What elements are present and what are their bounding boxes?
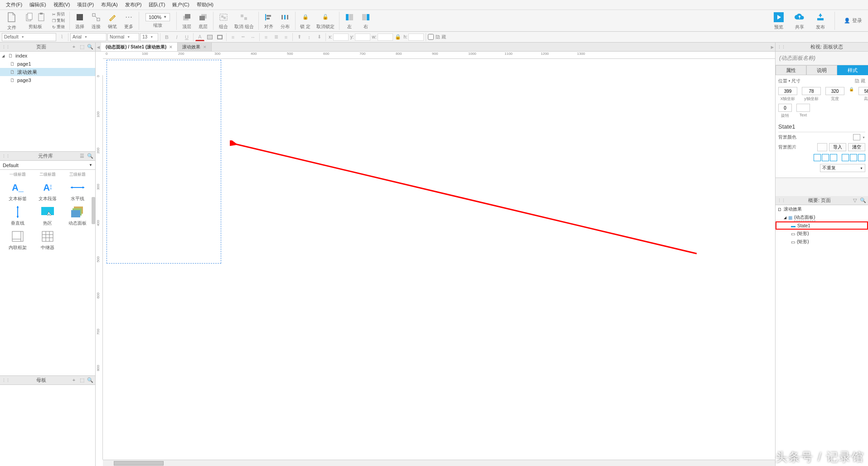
bg-align-3[interactable] (830, 154, 837, 161)
tool-right[interactable]: 右 (359, 12, 373, 30)
tree-page3[interactable]: 🗋page3 (0, 76, 95, 84)
close-icon[interactable]: ✕ (203, 45, 207, 49)
clear-image-button[interactable]: 清空 (848, 143, 865, 151)
tab-properties[interactable]: 属性 (776, 65, 806, 75)
dynamic-panel-outline[interactable] (107, 60, 221, 264)
bg-repeat-select[interactable]: 不重复▼ (820, 164, 865, 172)
pos-y-input[interactable] (802, 87, 821, 95)
menu-publish[interactable]: 发布(P) (121, 1, 145, 8)
collapse-icon[interactable]: ⋮⋮ (2, 378, 10, 383)
menu-icon[interactable]: ☰ (79, 153, 85, 159)
text-color-button[interactable]: A (195, 33, 204, 41)
widget-dynamic-panel[interactable]: 动态面板 (65, 206, 90, 226)
add-master-icon[interactable]: + (71, 377, 77, 383)
tool-connect[interactable]: 连接 (89, 12, 103, 30)
bg-align-5[interactable] (850, 154, 857, 161)
tool-cut[interactable]: ✂剪切 ❐复制 ↻重做 (50, 11, 67, 30)
tool-zoom[interactable]: 100%▼ 缩放 (142, 13, 174, 29)
library-selector[interactable]: Default▼ (0, 161, 95, 170)
pos-x-input[interactable] (778, 87, 797, 95)
tab-active[interactable]: (动态面板) / State1 (滚动效果)✕ (101, 43, 178, 51)
search-icon[interactable]: 🔍 (860, 197, 866, 203)
canvas[interactable] (103, 59, 775, 460)
scrollbar-thumb[interactable] (92, 197, 95, 224)
tab-scroll-right[interactable]: ► (770, 44, 775, 50)
close-icon[interactable]: ✕ (169, 45, 173, 49)
search-icon[interactable]: 🔍 (87, 377, 93, 383)
valign-bot-button[interactable]: ⬇ (315, 33, 324, 41)
tree-page-scroll[interactable]: 🗋滚动效果 (0, 68, 95, 76)
outline-rect2[interactable]: ▭(矩形) (776, 238, 868, 246)
bg-align-2[interactable] (822, 154, 829, 161)
share-button[interactable]: 共享 (792, 11, 807, 30)
menu-view[interactable]: 视图(V) (50, 1, 74, 8)
login-button[interactable]: 👤登录 (840, 17, 866, 24)
outline-state1[interactable]: ▬State1 (776, 221, 868, 230)
tree-page1[interactable]: 🗋page1 (0, 60, 95, 68)
italic-button[interactable]: I (172, 33, 181, 41)
tool-ungroup[interactable]: 取消 组合 (233, 12, 256, 30)
menu-project[interactable]: 项目(P) (73, 1, 97, 8)
tool-lock[interactable]: 🔒锁 定 (298, 12, 313, 30)
search-icon[interactable]: 🔍 (87, 44, 93, 50)
tool-select[interactable]: 选择 (73, 12, 87, 30)
collapse-icon[interactable]: ⋮⋮ (2, 154, 10, 159)
chevron-down-icon[interactable]: ▼ (862, 136, 865, 139)
horizontal-scrollbar[interactable] (103, 460, 775, 466)
tree-root[interactable]: ◢🗋index (0, 52, 95, 60)
line-style-button[interactable]: ┅ (238, 33, 247, 41)
widget-repeater[interactable]: 中继器 (35, 230, 60, 251)
tool-more[interactable]: ⋯ 更多 (121, 12, 136, 30)
widget-vline[interactable]: 垂直线 (5, 206, 30, 226)
inspector-name-field[interactable]: (动态面板名称) (776, 52, 868, 65)
menu-team[interactable]: 团队(T) (145, 1, 169, 8)
bold-button[interactable]: B (162, 33, 171, 41)
tool-top[interactable]: 顶层 (179, 12, 194, 30)
tab-scroll-left[interactable]: ◄ (96, 44, 101, 50)
tool-file[interactable]: 文件 (3, 11, 20, 31)
widget-hline[interactable]: 水平线 (65, 181, 90, 202)
w-input[interactable] (378, 34, 393, 41)
menu-help[interactable]: 帮助(H) (193, 1, 217, 8)
rotation-input[interactable] (778, 104, 792, 112)
align-left-button[interactable]: ≡ (262, 33, 271, 41)
import-image-button[interactable]: 导入 (829, 143, 846, 151)
menu-edit[interactable]: 编辑(E) (26, 1, 50, 8)
add-folder-icon[interactable]: ⬚ (79, 377, 85, 383)
widget-text-label[interactable]: A_文本标签 (5, 181, 30, 202)
outline-dynamic-panel[interactable]: ◢▦(动态面板) (776, 213, 868, 221)
widget-paragraph[interactable]: A≡≡文本段落 (35, 181, 60, 202)
menu-account[interactable]: 账户(C) (169, 1, 193, 8)
publish-button[interactable]: 发布 (813, 11, 828, 30)
tool-bottom[interactable]: 底层 (196, 12, 210, 30)
weight-select[interactable]: Normal▼ (107, 33, 139, 41)
tool-align[interactable]: 对齐 (262, 12, 276, 30)
arrow-style-button[interactable]: ↔ (248, 33, 257, 41)
collapse-icon[interactable]: ⋮⋮ (777, 45, 786, 49)
underline-button[interactable]: U (182, 33, 191, 41)
tool-clipboard[interactable]: 剪贴板 (22, 12, 48, 30)
outline-root[interactable]: 🗋滚动效果 (776, 205, 868, 213)
scrollbar-thumb[interactable] (114, 461, 164, 466)
width-input[interactable] (825, 87, 844, 95)
tab-style[interactable]: 样式 (837, 65, 868, 75)
bgimage-preview[interactable] (817, 143, 827, 151)
tool-left[interactable]: 左 (342, 12, 357, 30)
bg-align-6[interactable] (858, 154, 865, 161)
preview-button[interactable]: 预览 (771, 11, 786, 30)
collapse-icon[interactable]: ⋮⋮ (2, 45, 10, 49)
y-input[interactable] (355, 34, 370, 41)
font-select[interactable]: Arial▼ (70, 33, 107, 41)
align-right-button[interactable]: ≡ (281, 33, 291, 41)
lock-aspect-icon[interactable]: 🔒 (395, 34, 401, 40)
style-preset-select[interactable]: Default▼ (2, 33, 56, 41)
filter-icon[interactable]: ▽ (852, 197, 858, 203)
widget-hotspot[interactable]: 热区 (35, 206, 60, 226)
menu-layout[interactable]: 布局(A) (97, 1, 121, 8)
hidden-checkbox[interactable] (428, 34, 434, 40)
h-input[interactable] (408, 34, 424, 41)
align-center-button[interactable]: ≣ (272, 33, 281, 41)
bg-align-1[interactable] (814, 154, 821, 161)
tool-pen[interactable]: 钢笔 (105, 12, 120, 30)
text-rot-input[interactable] (796, 104, 810, 112)
